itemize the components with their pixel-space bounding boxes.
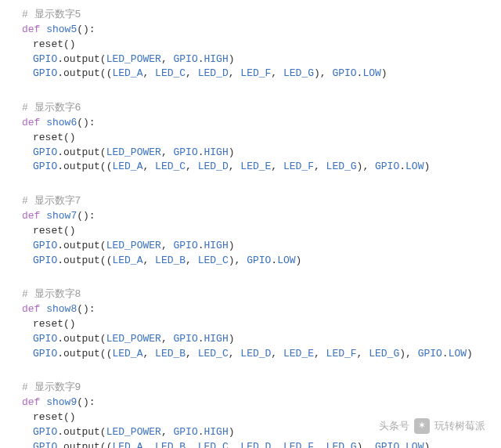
blank-line — [22, 179, 479, 194]
gpio-low-line: GPIO.output((LED_A, LED_C, LED_D, LED_E,… — [22, 160, 479, 175]
keyword-def: def — [22, 210, 40, 222]
comment-line: # 显示数字9 — [22, 381, 479, 396]
def-line: def show6(): — [22, 116, 479, 131]
reset-call: reset() — [33, 318, 76, 330]
led-ref: LED_B — [155, 255, 186, 266]
led-ref: LED_C — [198, 441, 229, 448]
led-ref: LED_C — [198, 255, 229, 266]
comment: # 显示数字9 — [22, 381, 81, 393]
led-ref: LED_A — [112, 441, 142, 448]
led-ref: LED_D — [240, 348, 271, 359]
def-line: def show7(): — [22, 209, 479, 224]
reset-line: reset() — [22, 224, 479, 239]
gpio-low-line: GPIO.output((LED_A, LED_B, LED_C, LED_D,… — [22, 440, 479, 448]
comment: # 显示数字8 — [22, 288, 81, 300]
def-line: def show5(): — [22, 23, 479, 38]
led-power: LED_POWER — [106, 333, 161, 345]
led-ref: LED_D — [198, 161, 229, 172]
function-block-show6: # 显示数字6def show6():reset()GPIO.output(LE… — [22, 101, 479, 175]
led-power: LED_POWER — [106, 53, 161, 65]
reset-line: reset() — [22, 131, 479, 146]
code-block: # 显示数字5def show5():reset()GPIO.output(LE… — [22, 8, 479, 448]
led-ref: LED_A — [112, 67, 142, 79]
gpio-high-line: GPIO.output(LED_POWER, GPIO.HIGH) — [22, 425, 479, 440]
reset-line: reset() — [22, 410, 479, 425]
function-name: show9 — [46, 396, 77, 408]
blank-line — [22, 86, 479, 101]
comment: # 显示数字6 — [22, 102, 81, 114]
led-ref: LED_C — [155, 67, 186, 79]
def-line: def show8(): — [22, 302, 479, 317]
led-ref: LED_E — [240, 161, 271, 172]
function-block-show7: # 显示数字7def show7():reset()GPIO.output(LE… — [22, 194, 479, 268]
keyword-def: def — [22, 396, 40, 408]
led-ref: LED_F — [283, 441, 314, 448]
led-ref: LED_F — [326, 348, 357, 359]
keyword-def: def — [22, 23, 40, 35]
reset-call: reset() — [33, 38, 76, 50]
def-line: def show9(): — [22, 396, 479, 410]
gpio-high-line: GPIO.output(LED_POWER, GPIO.HIGH) — [22, 332, 479, 347]
function-block-show9: # 显示数字9def show9():reset()GPIO.output(LE… — [22, 381, 479, 448]
led-ref: LED_D — [198, 67, 229, 79]
comment-line: # 显示数字7 — [22, 194, 479, 209]
comment-line: # 显示数字6 — [22, 101, 479, 116]
gpio-low-line: GPIO.output((LED_A, LED_B, LED_C, LED_D,… — [22, 347, 479, 362]
blank-line — [22, 366, 479, 381]
led-ref: LED_G — [369, 348, 399, 359]
gpio-high-line: GPIO.output(LED_POWER, GPIO.HIGH) — [22, 146, 479, 161]
keyword-def: def — [22, 117, 40, 128]
led-ref: LED_A — [112, 255, 142, 266]
gpio-high-line: GPIO.output(LED_POWER, GPIO.HIGH) — [22, 52, 479, 67]
blank-line — [22, 273, 479, 287]
function-name: show8 — [46, 303, 77, 315]
led-ref: LED_B — [155, 348, 186, 359]
led-ref: LED_C — [155, 161, 186, 172]
comment-line: # 显示数字8 — [22, 287, 479, 302]
led-ref: LED_G — [326, 161, 357, 172]
comment: # 显示数字7 — [22, 195, 81, 207]
reset-call: reset() — [33, 411, 76, 423]
gpio-low-line: GPIO.output((LED_A, LED_C, LED_D, LED_F,… — [22, 67, 479, 81]
reset-line: reset() — [22, 317, 479, 332]
led-ref: LED_B — [155, 441, 186, 448]
led-ref: LED_A — [112, 161, 142, 172]
function-name: show5 — [46, 23, 77, 35]
keyword-def: def — [22, 303, 40, 315]
led-ref: LED_D — [240, 441, 271, 448]
function-block-show5: # 显示数字5def show5():reset()GPIO.output(LE… — [22, 8, 479, 81]
led-ref: LED_A — [112, 348, 142, 359]
function-block-show8: # 显示数字8def show8():reset()GPIO.output(LE… — [22, 287, 479, 361]
gpio-high-line: GPIO.output(LED_POWER, GPIO.HIGH) — [22, 239, 479, 254]
led-power: LED_POWER — [106, 426, 161, 438]
led-ref: LED_G — [283, 67, 314, 79]
reset-line: reset() — [22, 38, 479, 52]
gpio-low-line: GPIO.output((LED_A, LED_B, LED_C), GPIO.… — [22, 254, 479, 269]
reset-call: reset() — [33, 225, 76, 237]
led-ref: LED_F — [283, 161, 314, 172]
led-power: LED_POWER — [106, 146, 161, 158]
led-ref: LED_E — [283, 348, 314, 359]
led-ref: LED_G — [326, 441, 357, 448]
led-ref: LED_F — [240, 67, 271, 79]
comment-line: # 显示数字5 — [22, 8, 479, 23]
led-power: LED_POWER — [106, 240, 161, 251]
reset-call: reset() — [33, 132, 76, 143]
led-ref: LED_C — [198, 348, 229, 359]
function-name: show7 — [46, 210, 77, 222]
comment: # 显示数字5 — [22, 9, 81, 20]
function-name: show6 — [46, 117, 77, 128]
